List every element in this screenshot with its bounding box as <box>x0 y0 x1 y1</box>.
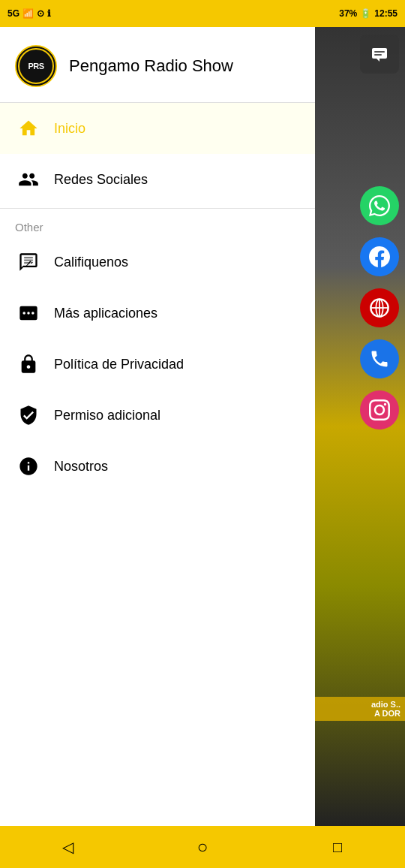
svg-point-10 <box>27 312 30 315</box>
home-circle-icon: ○ <box>197 836 208 857</box>
nav-item-califiquenos[interactable]: Califiquenos <box>0 237 315 288</box>
shield-check-icon <box>15 402 42 429</box>
logo-inner: PRS <box>16 47 56 86</box>
app-logo: PRS <box>15 45 57 87</box>
back-icon: ◁ <box>62 838 74 856</box>
battery-icon: 🔋 <box>360 8 371 19</box>
phone-icon[interactable] <box>360 339 399 378</box>
logo-ring <box>18 48 54 84</box>
inicio-label: Inicio <box>54 121 86 137</box>
right-panel: adio S.. A DOR <box>315 27 405 826</box>
main-container: adio S.. A DOR PRS Pengamo Radio Show <box>0 27 405 826</box>
nav-item-redes-sociales[interactable]: Redes Sociales <box>0 154 315 205</box>
lock-icon <box>15 351 42 378</box>
signal-icon: 5G <box>8 8 20 19</box>
signal-bars: 📶 <box>22 8 34 19</box>
social-nav-icon <box>15 166 42 193</box>
chat-button[interactable] <box>360 35 399 74</box>
whatsapp-icon[interactable] <box>360 186 399 225</box>
nav-section: Inicio Redes Sociales Other <box>0 103 315 826</box>
wifi-icon: ⊙ <box>37 8 44 19</box>
svg-rect-2 <box>374 54 382 56</box>
home-icon <box>15 115 42 142</box>
instagram-icon[interactable] <box>360 390 399 429</box>
time: 12:55 <box>374 8 398 19</box>
bottom-nav: ◁ ○ □ <box>0 826 405 868</box>
nav-item-mas-aplicaciones[interactable]: Más aplicaciones <box>0 288 315 339</box>
nav-item-inicio[interactable]: Inicio <box>0 103 315 154</box>
svg-marker-3 <box>376 59 380 62</box>
overlay-line1: adio S.. <box>320 700 400 709</box>
nav-item-politica-privacidad[interactable]: Política de Privacidad <box>0 339 315 390</box>
overlay-line2: A DOR <box>320 709 400 718</box>
battery-level: 37% <box>339 8 357 19</box>
back-button[interactable]: ◁ <box>45 826 90 868</box>
recent-button[interactable]: □ <box>315 826 360 868</box>
status-right: 37% 🔋 12:55 <box>339 8 398 19</box>
svg-point-9 <box>22 312 26 315</box>
redes-sociales-label: Redes Sociales <box>54 172 148 188</box>
web-icon[interactable] <box>360 288 399 327</box>
info-icon: ℹ <box>47 8 51 19</box>
apps-icon <box>15 300 42 327</box>
info-circle-icon <box>15 453 42 480</box>
svg-rect-0 <box>372 48 387 59</box>
svg-point-11 <box>32 312 34 315</box>
facebook-icon[interactable] <box>360 237 399 276</box>
permiso-adicional-label: Permiso adicional <box>54 408 160 423</box>
drawer: PRS Pengamo Radio Show Inicio <box>0 27 315 826</box>
politica-privacidad-label: Política de Privacidad <box>54 357 184 372</box>
status-bar: 5G 📶 ⊙ ℹ 37% 🔋 12:55 <box>0 0 405 27</box>
social-icons-panel <box>360 81 405 429</box>
home-button[interactable]: ○ <box>180 826 225 868</box>
svg-rect-1 <box>374 51 385 53</box>
divider-1 <box>0 208 315 209</box>
drawer-header: PRS Pengamo Radio Show <box>0 27 315 103</box>
mas-aplicaciones-label: Más aplicaciones <box>54 306 158 321</box>
nav-item-permiso-adicional[interactable]: Permiso adicional <box>0 390 315 441</box>
other-section-header: Other <box>0 212 315 237</box>
app-title: Pengamo Radio Show <box>69 56 233 76</box>
nosotros-label: Nosotros <box>54 459 108 475</box>
status-left: 5G 📶 ⊙ ℹ <box>8 8 51 19</box>
nav-item-nosotros[interactable]: Nosotros <box>0 441 315 492</box>
recent-icon: □ <box>333 839 342 856</box>
radio-overlay: adio S.. A DOR <box>315 697 405 721</box>
rate-icon <box>15 249 42 276</box>
califiquenos-label: Califiquenos <box>54 255 128 270</box>
